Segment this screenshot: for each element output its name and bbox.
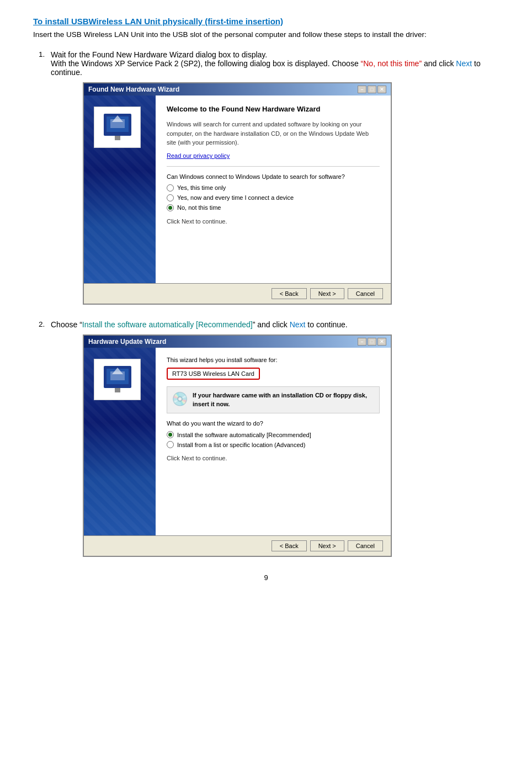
wizard1-cancel-button[interactable]: Cancel	[348, 288, 383, 299]
wizard2-close-btn[interactable]: ✕	[377, 338, 386, 346]
wizard1-minimize-btn[interactable]: –	[358, 86, 366, 93]
wizard1-close-btn[interactable]: ✕	[377, 86, 386, 93]
wizard1-titlebar: Found New Hardware Wizard – □ ✕	[84, 83, 391, 95]
intro-text: Insert the USB Wireless LAN Unit into th…	[33, 29, 499, 40]
wizard1-radio-2[interactable]	[167, 194, 174, 201]
wizard1-radio-3[interactable]	[167, 204, 174, 211]
wizard2-title: Hardware Update Wizard	[88, 338, 166, 346]
wizard1-note: Click Next to continue.	[167, 218, 380, 225]
wizard1-body: Welcome to the Found New Hardware Wizard…	[84, 95, 391, 283]
wizard1-title: Found New Hardware Wizard	[88, 86, 179, 93]
wizard1-footer: < Back Next > Cancel	[84, 283, 391, 304]
svg-rect-4	[115, 136, 120, 140]
wizard2-minimize-btn[interactable]: –	[358, 338, 366, 346]
step-1-text: Wait for the Found New Hardware Wizard d…	[51, 50, 497, 77]
wizard1-question: Can Windows connect to Windows Update to…	[167, 173, 380, 180]
wizard2-hardware-icon	[98, 363, 137, 396]
page-number: 9	[33, 573, 499, 582]
wizard2-cd-text: If your hardware came with an installati…	[193, 391, 375, 408]
wizard2-intro: This wizard helps you install software f…	[167, 357, 380, 363]
wizard1-option-2-label: Yes, now and every time I connect a devi…	[177, 194, 294, 201]
wizard1-hardware-icon	[98, 111, 137, 144]
step-1-number: 1.	[39, 50, 51, 77]
wizard1-back-button[interactable]: < Back	[272, 288, 307, 299]
cd-icon: 💿	[172, 391, 188, 407]
wizard1-desc: Windows will search for current and upda…	[167, 120, 380, 147]
wizard2-device-name: RT73 USB Wireless LAN Card	[167, 368, 260, 380]
wizard1-icon-box	[94, 107, 141, 148]
wizard2-footer: < Back Next > Cancel	[84, 535, 391, 556]
wizard1-option-3[interactable]: No, not this time	[167, 204, 380, 211]
wizard2-option-1-label: Install the software automatically [Reco…	[177, 432, 311, 438]
wizard1-divider	[167, 166, 380, 167]
wizard1-option-2[interactable]: Yes, now and every time I connect a devi…	[167, 194, 380, 201]
wizard2-icon-box	[94, 359, 141, 400]
wizard2-back-button[interactable]: < Back	[272, 540, 307, 551]
hardware-update-wizard: Hardware Update Wizard – □ ✕	[83, 334, 392, 557]
wizard1-option-1-label: Yes, this time only	[177, 184, 226, 191]
page-title: To install USBWireless LAN Unit physical…	[33, 17, 499, 26]
wizard1-heading: Welcome to the Found New Hardware Wizard	[167, 104, 380, 114]
wizard1-next-button[interactable]: Next >	[310, 288, 344, 299]
wizard1-option-3-label: No, not this time	[177, 204, 221, 211]
step-2-number: 2.	[39, 320, 51, 329]
step-2-highlight-blue: Next	[290, 320, 306, 329]
wizard2-question: What do you want the wizard to do?	[167, 420, 380, 427]
wizard2-titlebar-buttons: – □ ✕	[358, 338, 386, 346]
wizard2-maximize-btn[interactable]: □	[368, 338, 376, 346]
wizard1-privacy-link[interactable]: Read our privacy policy	[167, 152, 230, 159]
wizard2-radio-2[interactable]	[167, 441, 174, 448]
wizard2-note: Click Next to continue.	[167, 455, 380, 461]
wizard1-option-1[interactable]: Yes, this time only	[167, 184, 380, 192]
step-2-highlight-teal: Install the software automatically [Reco…	[82, 320, 253, 329]
wizard2-cancel-button[interactable]: Cancel	[348, 540, 383, 551]
found-new-hardware-wizard: Found New Hardware Wizard – □ ✕	[83, 82, 392, 305]
step-1-highlight-blue: Next	[456, 59, 472, 68]
step-2-text: Choose “Install the software automatical…	[51, 320, 497, 329]
wizard2-next-button[interactable]: Next >	[310, 540, 344, 551]
wizard2-option-2-label: Install from a list or specific location…	[177, 442, 305, 448]
wizard2-option-2[interactable]: Install from a list or specific location…	[167, 441, 380, 448]
wizard2-option-1[interactable]: Install the software automatically [Reco…	[167, 431, 380, 438]
wizard1-sidebar	[84, 95, 156, 283]
wizard2-radio-1[interactable]	[167, 431, 174, 438]
wizard1-maximize-btn[interactable]: □	[368, 86, 376, 93]
step-1-highlight-red: “No, not this time”	[361, 59, 422, 68]
wizard2-content: This wizard helps you install software f…	[156, 348, 391, 535]
wizard2-sidebar	[84, 348, 156, 535]
wizard2-titlebar: Hardware Update Wizard – □ ✕	[84, 336, 391, 348]
svg-rect-9	[115, 388, 120, 392]
wizard2-body: This wizard helps you install software f…	[84, 348, 391, 535]
wizard2-cd-section: 💿 If your hardware came with an installa…	[167, 386, 380, 413]
wizard1-titlebar-buttons: – □ ✕	[358, 86, 386, 93]
step-1: 1. Wait for the Found New Hardware Wizar…	[33, 50, 499, 305]
step-2: 2. Choose “Install the software automati…	[33, 320, 499, 557]
wizard1-content: Welcome to the Found New Hardware Wizard…	[156, 95, 391, 283]
wizard1-radio-1[interactable]	[167, 184, 174, 192]
